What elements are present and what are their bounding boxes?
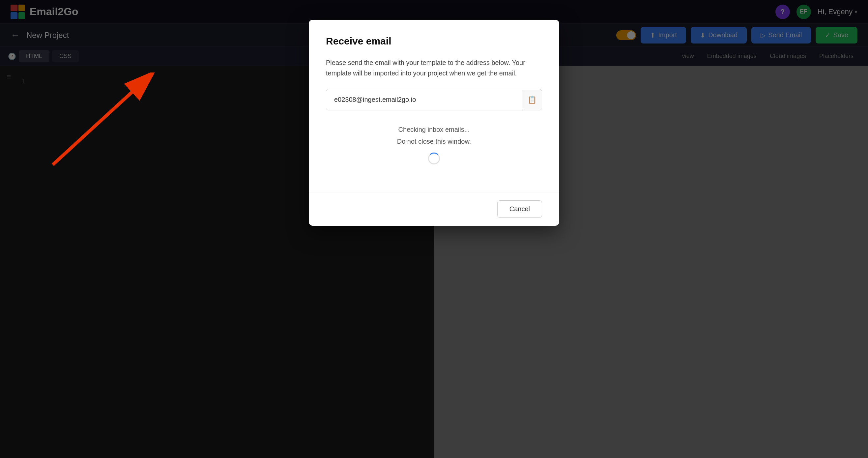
modal-body: Receive email Please send the email with… xyxy=(309,20,559,192)
modal-title: Receive email xyxy=(326,36,542,47)
checking-text: Checking inbox emails... Do not close th… xyxy=(326,124,542,147)
receive-email-modal: Receive email Please send the email with… xyxy=(309,20,559,226)
annotation-arrow xyxy=(26,72,165,178)
clipboard-icon: 📋 xyxy=(528,96,536,104)
email-address-input[interactable] xyxy=(326,89,522,110)
modal-footer: Cancel xyxy=(309,192,559,226)
cancel-button[interactable]: Cancel xyxy=(497,200,542,218)
loading-spinner xyxy=(428,153,440,164)
modal-description: Please send the email with your template… xyxy=(326,57,542,79)
copy-button[interactable]: 📋 xyxy=(522,90,542,110)
svg-line-1 xyxy=(53,92,132,165)
modal-overlay: Receive email Please send the email with… xyxy=(0,0,868,458)
checking-status: Checking inbox emails... Do not close th… xyxy=(326,124,542,166)
email-input-row: 📋 xyxy=(326,89,542,111)
